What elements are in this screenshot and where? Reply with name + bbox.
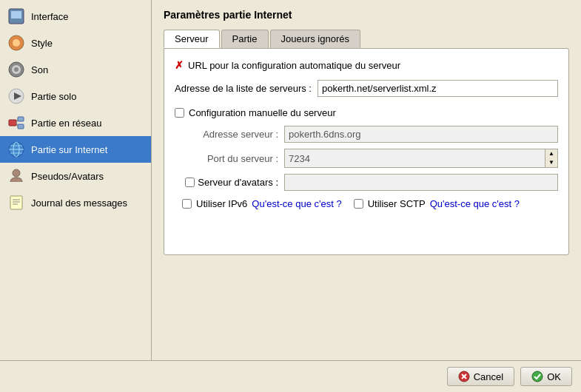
ipv6-help-link[interactable]: Qu'est-ce que c'est ? bbox=[252, 198, 341, 209]
ipv6-label: Utiliser IPv6 bbox=[196, 198, 247, 209]
sidebar-item-pseudos-label: Pseudos/Avatars bbox=[31, 171, 104, 182]
sctp-label: Utiliser SCTP bbox=[368, 198, 426, 209]
ok-label: OK bbox=[547, 371, 561, 382]
dialog: Interface Style bbox=[0, 0, 581, 392]
sidebar-item-partie-internet[interactable]: Partie sur Internet bbox=[0, 136, 151, 163]
sidebar-item-style[interactable]: Style bbox=[0, 30, 151, 56]
server-list-row: Adresse de la liste de serveurs : bbox=[175, 80, 558, 97]
avatar-server-input[interactable] bbox=[284, 174, 558, 191]
manual-config-checkbox[interactable] bbox=[175, 108, 184, 118]
sidebar-item-partie-internet-label: Partie sur Internet bbox=[31, 144, 107, 155]
ipv6-group: Utiliser IPv6 Qu'est-ce que c'est ? bbox=[182, 198, 342, 209]
sidebar-item-partie-reseau[interactable]: Partie en réseau bbox=[0, 109, 151, 136]
url-auto-config-row: ✗ URL pour la configuration automatique … bbox=[175, 59, 558, 71]
sctp-group: Utiliser SCTP Qu'est-ce que c'est ? bbox=[354, 198, 520, 209]
svg-point-4 bbox=[13, 39, 20, 47]
port-up-button[interactable]: ▲ bbox=[545, 149, 557, 158]
port-wrapper: ▲ ▼ bbox=[284, 149, 558, 168]
svg-rect-10 bbox=[9, 120, 16, 126]
sidebar-item-interface[interactable]: Interface bbox=[0, 3, 151, 30]
sidebar-item-son-label: Son bbox=[31, 64, 48, 75]
avatar-checkbox-wrapper: Serveur d'avatars : bbox=[182, 177, 278, 188]
port-input[interactable] bbox=[284, 149, 545, 168]
tabs: Serveur Partie Joueurs ignorés bbox=[164, 30, 569, 48]
sidebar-item-partie-reseau-label: Partie en réseau bbox=[31, 118, 101, 129]
style-icon bbox=[7, 34, 25, 52]
sidebar-item-interface-label: Interface bbox=[31, 11, 69, 22]
tab-content-serveur: ✗ URL pour la configuration automatique … bbox=[164, 48, 569, 255]
sidebar: Interface Style bbox=[0, 0, 152, 360]
port-label: Port du serveur : bbox=[182, 153, 278, 164]
journal-icon bbox=[7, 194, 25, 212]
svg-rect-2 bbox=[11, 20, 21, 21]
partie-solo-icon bbox=[7, 87, 25, 105]
ok-icon bbox=[531, 371, 543, 382]
avatar-server-label: Serveur d'avatars : bbox=[198, 177, 278, 188]
svg-rect-1 bbox=[11, 11, 21, 18]
port-down-button[interactable]: ▼ bbox=[545, 158, 557, 167]
manual-config-row: Configuration manuelle du serveur bbox=[175, 107, 558, 118]
svg-point-20 bbox=[13, 169, 20, 177]
url-auto-x-mark: ✗ bbox=[175, 59, 184, 71]
partie-internet-icon bbox=[7, 141, 25, 158]
interface-icon bbox=[7, 7, 25, 25]
bottom-options: Utiliser IPv6 Qu'est-ce que c'est ? Util… bbox=[182, 198, 558, 209]
sidebar-item-partie-solo[interactable]: Partie solo bbox=[0, 83, 151, 109]
tab-partie[interactable]: Partie bbox=[221, 30, 269, 48]
svg-rect-12 bbox=[18, 124, 24, 129]
dialog-content: Interface Style bbox=[0, 0, 581, 360]
server-list-input[interactable] bbox=[318, 80, 558, 97]
manual-config-label: Configuration manuelle du serveur bbox=[189, 107, 336, 118]
sidebar-item-journal[interactable]: Journal des messages bbox=[0, 189, 151, 216]
main-content: Paramètres partie Internet Serveur Parti… bbox=[152, 0, 581, 360]
sidebar-item-partie-solo-label: Partie solo bbox=[31, 91, 76, 102]
pseudos-icon bbox=[7, 167, 25, 185]
avatar-row: Serveur d'avatars : bbox=[182, 174, 558, 191]
svg-rect-21 bbox=[10, 196, 22, 209]
page-title: Paramètres partie Internet bbox=[164, 9, 569, 21]
svg-point-28 bbox=[532, 371, 543, 382]
sctp-checkbox[interactable] bbox=[354, 199, 363, 209]
config-fields: Adresse serveur : Port du serveur : ▲ ▼ bbox=[182, 126, 558, 191]
sidebar-item-journal-label: Journal des messages bbox=[31, 197, 127, 209]
sidebar-item-style-label: Style bbox=[31, 38, 53, 49]
tab-joueurs[interactable]: Joueurs ignorés bbox=[270, 30, 361, 48]
sctp-help-link[interactable]: Qu'est-ce que c'est ? bbox=[430, 198, 520, 209]
sidebar-item-pseudos[interactable]: Pseudos/Avatars bbox=[0, 163, 151, 189]
ipv6-checkbox[interactable] bbox=[182, 199, 192, 209]
svg-rect-11 bbox=[18, 117, 24, 121]
partie-reseau-icon bbox=[7, 114, 25, 132]
address-row: Adresse serveur : bbox=[182, 126, 558, 143]
server-list-label: Adresse de la liste de serveurs : bbox=[175, 83, 312, 94]
cancel-label: Cancel bbox=[474, 371, 503, 382]
sidebar-item-son[interactable]: Son bbox=[0, 56, 151, 83]
avatar-server-checkbox[interactable] bbox=[185, 178, 195, 187]
tab-serveur[interactable]: Serveur bbox=[164, 30, 220, 48]
svg-line-13 bbox=[16, 119, 18, 123]
address-label: Adresse serveur : bbox=[182, 129, 278, 140]
svg-point-7 bbox=[14, 67, 19, 72]
port-spinner: ▲ ▼ bbox=[545, 149, 558, 168]
ok-button[interactable]: OK bbox=[520, 367, 572, 386]
cancel-icon bbox=[458, 371, 470, 382]
port-row: Port du serveur : ▲ ▼ bbox=[182, 149, 558, 168]
svg-line-14 bbox=[16, 123, 18, 126]
url-auto-label: URL pour la configuration automatique du… bbox=[188, 60, 400, 71]
address-input[interactable] bbox=[284, 126, 558, 143]
son-icon bbox=[7, 61, 25, 78]
cancel-button[interactable]: Cancel bbox=[447, 367, 514, 386]
dialog-footer: Cancel OK bbox=[0, 360, 581, 392]
